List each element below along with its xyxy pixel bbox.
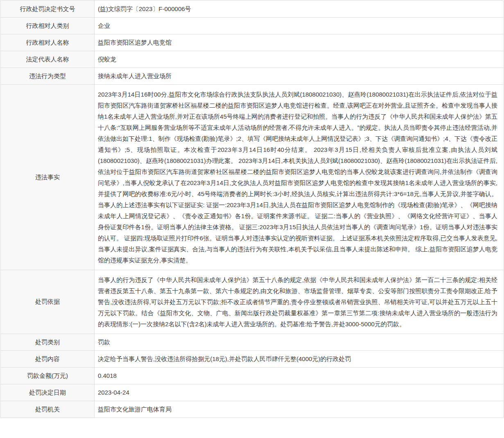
row-value: 决定给予当事人警告,没收违法所得拾捌元(18元),并处罚款人民币肆仟元整(400… bbox=[95, 351, 503, 367]
row-fine-amount: 罚款金额(万元) 0.4018 bbox=[1, 368, 503, 384]
row-label: 处罚依据 bbox=[1, 270, 95, 334]
row-value: 2023-04-24 bbox=[95, 384, 503, 401]
row-label: 行政处罚决定书文号 bbox=[1, 1, 95, 17]
row-label: 处罚内容 bbox=[1, 351, 95, 367]
row-value: 益阳市文化旅游广电体育局 bbox=[95, 401, 503, 418]
row-value: 接纳未成年人进入营业场所 bbox=[95, 68, 503, 84]
row-value: 益阳市资阳区追梦人电竞馆 bbox=[95, 34, 503, 51]
row-value: 罚款 bbox=[95, 334, 503, 350]
row-party-name: 行政相对人名称 益阳市资阳区追梦人电竞馆 bbox=[1, 34, 503, 51]
row-value: 当事人的行为违反了《中华人民共和国未成年人保护法》第五十八条的规定,依据《中华人… bbox=[95, 270, 503, 334]
row-value: (益)文综罚字〔2023〕F-000006号 bbox=[95, 1, 503, 17]
row-label: 处罚机关 bbox=[1, 401, 95, 418]
row-value: 0.4018 bbox=[95, 368, 503, 384]
row-label: 法定代表人名称 bbox=[1, 51, 95, 68]
row-penalty-basis: 处罚依据 当事人的行为违反了《中华人民共和国未成年人保护法》第五十八条的规定,依… bbox=[1, 270, 503, 334]
row-label: 违法事实 bbox=[1, 85, 95, 270]
row-penalty-content: 处罚内容 决定给予当事人警告,没收违法所得拾捌元(18元),并处罚款人民币肆仟元… bbox=[1, 351, 503, 368]
row-penalty-authority: 处罚机关 益阳市文化旅游广电体育局 bbox=[1, 401, 503, 418]
row-penalty-category: 处罚类别 罚款 bbox=[1, 334, 503, 351]
row-value: 企业 bbox=[95, 18, 503, 34]
row-label: 罚款金额(万元) bbox=[1, 368, 95, 384]
row-value: 倪蛟龙 bbox=[95, 51, 503, 68]
row-violation-type: 违法行为类型 接纳未成年人进入营业场所 bbox=[1, 68, 503, 85]
row-label: 行政相对人类别 bbox=[1, 18, 95, 34]
row-decision-date: 处罚决定日期 2023-04-24 bbox=[1, 384, 503, 401]
row-label: 处罚决定日期 bbox=[1, 384, 95, 401]
row-document-number: 行政处罚决定书文号 (益)文综罚字〔2023〕F-000006号 bbox=[1, 1, 503, 18]
row-value: 2023年3月14日16时00分,益阳市文化市场综合行政执法支队执法人员刘斌(1… bbox=[95, 85, 503, 270]
row-label: 违法行为类型 bbox=[1, 68, 95, 84]
row-party-type: 行政相对人类别 企业 bbox=[1, 18, 503, 34]
penalty-record-table: 行政处罚决定书文号 (益)文综罚字〔2023〕F-000006号 行政相对人类别… bbox=[0, 0, 504, 418]
row-label: 行政相对人名称 bbox=[1, 34, 95, 51]
row-legal-representative: 法定代表人名称 倪蛟龙 bbox=[1, 51, 503, 68]
row-label: 处罚类别 bbox=[1, 334, 95, 350]
row-violation-facts: 违法事实 2023年3月14日16时00分,益阳市文化市场综合行政执法支队执法人… bbox=[1, 85, 503, 270]
